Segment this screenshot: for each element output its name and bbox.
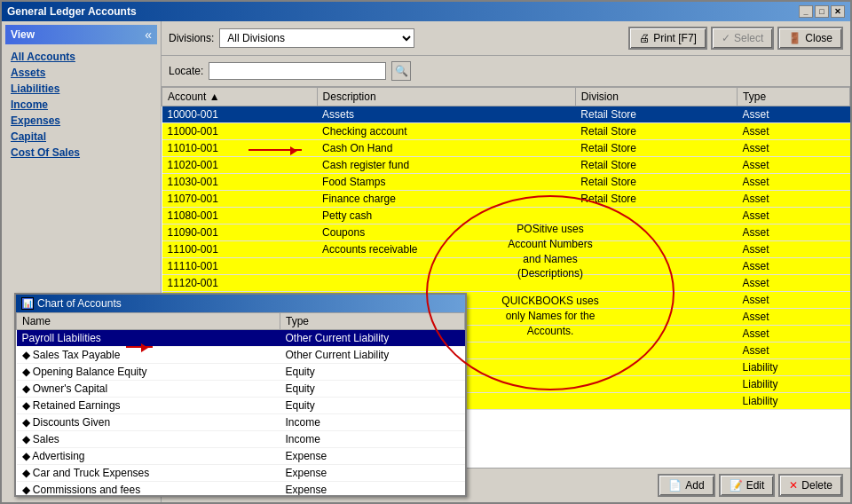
window-title: General Ledger Accounts — [7, 5, 137, 18]
toolbar: Divisions: All Divisions 🖨 Print [F7] ✓ … — [162, 21, 850, 56]
edit-button[interactable]: 📝 Edit — [719, 474, 776, 497]
search-icon: 🔍 — [395, 65, 408, 77]
sub-cell-type: Equity — [280, 364, 464, 381]
cell-division: Retail Store — [575, 106, 737, 123]
cell-division: Retail Store — [575, 140, 737, 157]
delete-icon: ✕ — [789, 479, 798, 492]
cell-account: 11110-001 — [162, 258, 318, 275]
window-controls: _ □ ✕ — [799, 5, 845, 18]
print-button[interactable]: 🖨 Print [F7] — [628, 27, 707, 50]
cell-account: 11120-001 — [162, 275, 318, 292]
sidebar-item-cost-of-sales[interactable]: Cost Of Sales — [11, 146, 152, 160]
locate-search-button[interactable]: 🔍 — [391, 61, 411, 81]
list-item[interactable]: Payroll Liabilities Other Current Liabil… — [17, 330, 465, 347]
divisions-label: Divisions: — [169, 32, 214, 44]
table-row[interactable]: 11090-001 Coupons Asset — [162, 224, 850, 241]
cell-type: Asset — [738, 191, 850, 208]
sub-table-container[interactable]: Name Type Payroll Liabilities Other Curr… — [16, 312, 465, 495]
sidebar-item-income[interactable]: Income — [11, 98, 152, 112]
sub-cell-type: Income — [280, 414, 464, 431]
printer-icon: 🖨 — [639, 32, 650, 44]
table-row[interactable]: 10000-001 Assets Retail Store Asset — [162, 106, 850, 123]
cell-division — [575, 343, 737, 359]
minimize-button[interactable]: _ — [799, 5, 813, 18]
table-row[interactable]: 11080-001 Petty cash Asset — [162, 208, 850, 224]
cell-description: Petty cash — [317, 208, 575, 224]
list-item[interactable]: ◆ Sales Tax Payable Other Current Liabil… — [17, 347, 465, 364]
list-item[interactable]: ◆ Owner's Capital Equity — [17, 381, 465, 398]
cell-division — [575, 359, 737, 376]
table-row[interactable]: 11110-001 Asset — [162, 258, 850, 275]
sidebar-item-liabilities[interactable]: Liabilities — [11, 82, 152, 96]
cell-division — [575, 393, 737, 410]
sidebar-item-expenses[interactable]: Expenses — [11, 114, 152, 128]
select-label: Select — [734, 32, 763, 44]
toolbar-left: Divisions: All Divisions — [169, 28, 414, 48]
cell-description: Checking account — [317, 123, 575, 140]
cell-type: Asset — [738, 292, 850, 309]
list-item[interactable]: ◆ Sales Income — [17, 431, 465, 448]
list-item[interactable]: ◆ Opening Balance Equity Equity — [17, 364, 465, 381]
cell-division — [575, 309, 737, 326]
col-type[interactable]: Type — [738, 88, 850, 106]
list-item[interactable]: ◆ Retained Earnings Equity — [17, 398, 465, 414]
sub-cell-type: Expense — [280, 482, 464, 496]
cell-type: Asset — [738, 326, 850, 343]
divisions-select[interactable]: All Divisions — [219, 28, 414, 48]
edit-icon: 📝 — [730, 479, 743, 492]
col-division[interactable]: Division — [575, 88, 737, 106]
cell-description — [317, 258, 575, 275]
table-row[interactable]: 11120-001 Asset — [162, 275, 850, 292]
sub-cell-name: ◆ Sales — [17, 431, 280, 448]
sub-col-name[interactable]: Name — [17, 313, 280, 330]
sub-title-bar: 📊 Chart of Accounts — [16, 295, 465, 312]
table-row[interactable]: 11100-001 Accounts receivable Asset — [162, 241, 850, 258]
view-toggle-button[interactable]: « — [145, 28, 152, 42]
view-label: View — [11, 28, 35, 41]
list-item[interactable]: ◆ Commissions and fees Expense — [17, 482, 465, 496]
table-row[interactable]: 11030-001 Food Stamps Retail Store Asset — [162, 174, 850, 191]
toolbar-right: 🖨 Print [F7] ✓ Select 🚪 Close — [628, 27, 843, 50]
sidebar-item-capital[interactable]: Capital — [11, 130, 152, 144]
title-bar: General Ledger Accounts _ □ ✕ — [2, 2, 850, 21]
cell-account: 11070-001 — [162, 191, 318, 208]
cell-type: Asset — [738, 343, 850, 359]
close-button[interactable]: 🚪 Close — [777, 27, 843, 50]
table-row[interactable]: 11020-001 Cash register fund Retail Stor… — [162, 157, 850, 174]
table-header-row: Account ▲ Description Division Type — [162, 88, 850, 106]
select-button[interactable]: ✓ Select — [711, 27, 774, 50]
table-row[interactable]: 11010-001 Cash On Hand Retail Store Asse… — [162, 140, 850, 157]
col-account[interactable]: Account ▲ — [162, 88, 318, 106]
maximize-button[interactable]: □ — [815, 5, 829, 18]
sub-col-type[interactable]: Type — [280, 313, 464, 330]
table-row[interactable]: 11000-001 Checking account Retail Store … — [162, 123, 850, 140]
sub-cell-name: ◆ Car and Truck Expenses — [17, 465, 280, 482]
cell-type: Asset — [738, 157, 850, 174]
cell-description: Coupons — [317, 224, 575, 241]
cell-type: Asset — [738, 140, 850, 157]
sidebar-item-assets[interactable]: Assets — [11, 66, 152, 80]
list-item[interactable]: ◆ Advertising Expense — [17, 448, 465, 465]
sidebar-item-all-accounts[interactable]: All Accounts — [11, 50, 152, 64]
locate-bar: Locate: 🔍 — [162, 56, 850, 87]
cell-division — [575, 292, 737, 309]
add-button[interactable]: 📄 Add — [658, 474, 714, 497]
sub-cell-type: Income — [280, 431, 464, 448]
locate-input[interactable] — [209, 62, 386, 80]
col-description[interactable]: Description — [317, 88, 575, 106]
door-icon: 🚪 — [788, 32, 801, 44]
cell-account: 11020-001 — [162, 157, 318, 174]
sidebar-links: All Accounts Assets Liabilities Income E… — [5, 48, 157, 161]
cell-division — [575, 208, 737, 224]
cell-division: Retail Store — [575, 191, 737, 208]
cell-description: Accounts receivable — [317, 241, 575, 258]
table-row[interactable]: 11070-001 Finance charge Retail Store As… — [162, 191, 850, 208]
list-item[interactable]: ◆ Discounts Given Income — [17, 414, 465, 431]
view-header: View « — [5, 25, 157, 44]
delete-button[interactable]: ✕ Delete — [778, 474, 843, 497]
cell-account: 11010-001 — [162, 140, 318, 157]
locate-label: Locate: — [169, 65, 203, 77]
sub-cell-name: ◆ Commissions and fees — [17, 482, 280, 496]
close-window-button[interactable]: ✕ — [831, 5, 845, 18]
list-item[interactable]: ◆ Car and Truck Expenses Expense — [17, 465, 465, 482]
